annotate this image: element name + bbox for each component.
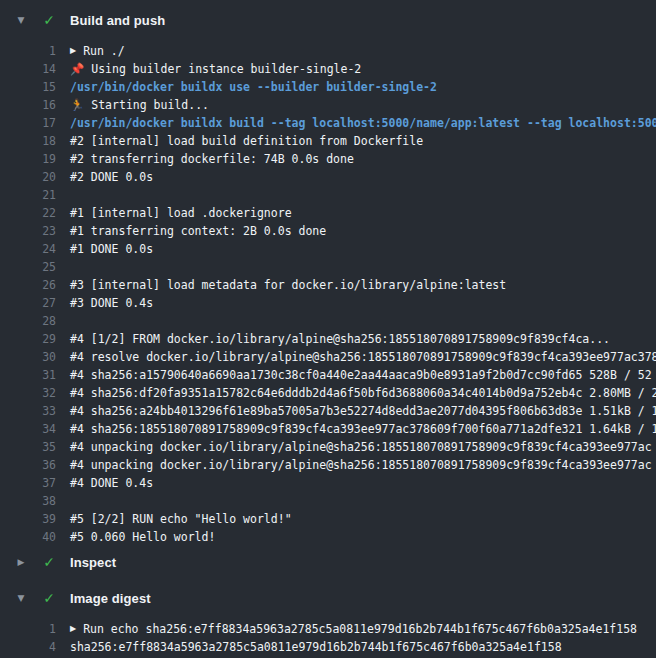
log-text: #3 [internal] load metadata for docker.i… — [70, 276, 506, 294]
log-text: #2 transferring dockerfile: 74B 0.0s don… — [70, 150, 354, 168]
log-text: #1 [internal] load .dockerignore — [70, 204, 292, 222]
log-line: 20#2 DONE 0.0s — [0, 168, 656, 186]
line-number[interactable]: 32 — [0, 384, 56, 402]
log-line: 30#4 resolve docker.io/library/alpine@sh… — [0, 348, 656, 366]
line-number[interactable]: 1 — [0, 42, 56, 60]
line-number[interactable]: 33 — [0, 402, 56, 420]
log-line: 24#1 DONE 0.0s — [0, 240, 656, 258]
log-text: Run ./ — [83, 42, 125, 60]
chevron-right-icon[interactable]: ▶ — [16, 550, 26, 574]
check-icon: ✓ — [41, 586, 57, 610]
log-line: 36#4 unpacking docker.io/library/alpine@… — [0, 456, 656, 474]
line-number[interactable]: 21 — [0, 186, 56, 204]
line-number[interactable]: 24 — [0, 240, 56, 258]
line-number[interactable]: 25 — [0, 258, 56, 276]
log-text: #1 DONE 0.0s — [70, 240, 153, 258]
log-line: 4sha256:e7ff8834a5963a2785c5a0811e979d16… — [0, 638, 656, 656]
log-text: #4 DONE 0.4s — [70, 474, 153, 492]
command-text: /usr/bin/docker buildx use --builder bui… — [70, 78, 437, 96]
group-expand-icon[interactable]: ▶ — [70, 42, 76, 60]
section-header-inspect[interactable]: ▶✓Inspect — [0, 550, 656, 574]
log-line: 37#4 DONE 0.4s — [0, 474, 656, 492]
log-line: 27#3 DONE 0.4s — [0, 294, 656, 312]
line-number[interactable]: 22 — [0, 204, 56, 222]
line-number[interactable]: 28 — [0, 312, 56, 330]
log-text: #4 resolve docker.io/library/alpine@sha2… — [70, 348, 656, 366]
log-text: #4 sha256:185518070891758909c9f839cf4ca3… — [70, 420, 656, 438]
line-number[interactable]: 14 — [0, 60, 56, 78]
log-line: 39#5 [2/2] RUN echo "Hello world!" — [0, 510, 656, 528]
workflow-log-viewer: ▼✓Build and push1▶Run ./14📌 Using builde… — [0, 0, 656, 658]
log-line: 15/usr/bin/docker buildx use --builder b… — [0, 78, 656, 96]
log-line: 22#1 [internal] load .dockerignore — [0, 204, 656, 222]
line-number[interactable]: 18 — [0, 132, 56, 150]
log-line: 1▶Run ./ — [0, 42, 656, 60]
log-text: #2 DONE 0.0s — [70, 168, 153, 186]
line-number[interactable]: 1 — [0, 620, 56, 638]
line-number[interactable]: 38 — [0, 492, 56, 510]
line-number[interactable]: 17 — [0, 114, 56, 132]
log-line: 38 — [0, 492, 656, 510]
log-text: 📌 Using builder instance builder-single-… — [70, 60, 361, 78]
command-text: /usr/bin/docker buildx build --tag local… — [70, 114, 656, 132]
section-title: Image digest — [70, 591, 151, 606]
line-number[interactable]: 19 — [0, 150, 56, 168]
check-icon: ✓ — [41, 8, 57, 32]
section-header-build-and-push[interactable]: ▼✓Build and push — [0, 8, 656, 32]
log-text: #4 unpacking docker.io/library/alpine@sh… — [70, 438, 652, 456]
chevron-down-icon[interactable]: ▼ — [16, 8, 26, 32]
chevron-down-icon[interactable]: ▼ — [16, 586, 26, 610]
log-line: 14📌 Using builder instance builder-singl… — [0, 60, 656, 78]
line-number[interactable]: 36 — [0, 456, 56, 474]
log-line: 16🏃 Starting build... — [0, 96, 656, 114]
log-text: #5 0.060 Hello world! — [70, 528, 215, 546]
log-line: 40#5 0.060 Hello world! — [0, 528, 656, 546]
line-number[interactable]: 39 — [0, 510, 56, 528]
log-text: Run echo sha256:e7ff8834a5963a2785c5a081… — [83, 620, 637, 638]
section-body-build-and-push: 1▶Run ./14📌 Using builder instance build… — [0, 42, 656, 546]
log-line: 21 — [0, 186, 656, 204]
line-number[interactable]: 29 — [0, 330, 56, 348]
log-line: 29#4 [1/2] FROM docker.io/library/alpine… — [0, 330, 656, 348]
log-text: #5 [2/2] RUN echo "Hello world!" — [70, 510, 292, 528]
line-number[interactable]: 30 — [0, 348, 56, 366]
log-text: #4 sha256:a24bb4013296f61e89ba57005a7b3e… — [70, 402, 656, 420]
log-text: #4 [1/2] FROM docker.io/library/alpine@s… — [70, 330, 610, 348]
line-number[interactable]: 40 — [0, 528, 56, 546]
section-title: Inspect — [70, 555, 116, 570]
group-expand-icon[interactable]: ▶ — [70, 620, 76, 638]
line-number[interactable]: 16 — [0, 96, 56, 114]
log-text: #4 sha256:a15790640a6690aa1730c38cf0a440… — [70, 366, 652, 384]
line-number[interactable]: 23 — [0, 222, 56, 240]
log-text: #3 DONE 0.4s — [70, 294, 153, 312]
log-line: 1▶Run echo sha256:e7ff8834a5963a2785c5a0… — [0, 620, 656, 638]
line-number[interactable]: 20 — [0, 168, 56, 186]
log-line: 33#4 sha256:a24bb4013296f61e89ba57005a7b… — [0, 402, 656, 420]
line-number[interactable]: 4 — [0, 638, 56, 656]
log-line: 23#1 transferring context: 2B 0.0s done — [0, 222, 656, 240]
section-header-image-digest[interactable]: ▼✓Image digest — [0, 586, 656, 610]
log-text: 🏃 Starting build... — [70, 96, 209, 114]
log-line: 34#4 sha256:185518070891758909c9f839cf4c… — [0, 420, 656, 438]
log-line: 19#2 transferring dockerfile: 74B 0.0s d… — [0, 150, 656, 168]
line-number[interactable]: 27 — [0, 294, 56, 312]
log-text: #1 transferring context: 2B 0.0s done — [70, 222, 326, 240]
line-number[interactable]: 37 — [0, 474, 56, 492]
line-number[interactable]: 34 — [0, 420, 56, 438]
log-line: 17/usr/bin/docker buildx build --tag loc… — [0, 114, 656, 132]
log-line: 32#4 sha256:df20fa9351a15782c64e6dddb2d4… — [0, 384, 656, 402]
log-line: 31#4 sha256:a15790640a6690aa1730c38cf0a4… — [0, 366, 656, 384]
log-line: 25 — [0, 258, 656, 276]
log-line: 18#2 [internal] load build definition fr… — [0, 132, 656, 150]
log-text: #2 [internal] load build definition from… — [70, 132, 423, 150]
line-number[interactable]: 15 — [0, 78, 56, 96]
line-number[interactable]: 35 — [0, 438, 56, 456]
line-number[interactable]: 31 — [0, 366, 56, 384]
log-line: 28 — [0, 312, 656, 330]
log-text: sha256:e7ff8834a5963a2785c5a0811e979d16b… — [70, 638, 562, 656]
section-body-image-digest: 1▶Run echo sha256:e7ff8834a5963a2785c5a0… — [0, 620, 656, 656]
log-text: #4 sha256:df20fa9351a15782c64e6dddb2d4a6… — [70, 384, 656, 402]
log-line: 35#4 unpacking docker.io/library/alpine@… — [0, 438, 656, 456]
line-number[interactable]: 26 — [0, 276, 56, 294]
check-icon: ✓ — [41, 550, 57, 574]
